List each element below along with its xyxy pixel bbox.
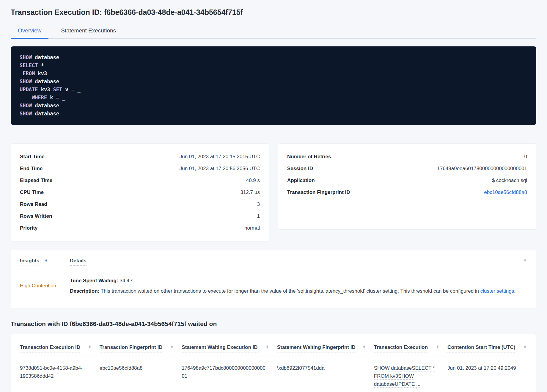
summary-row-session-id: Session ID 17648a9eea6017800000000000000… [287,163,527,175]
execution-timing-card: Start Time Jun 01, 2023 at 17:20:15:2015… [11,143,269,242]
tab-statement-executions-label: Statement Executions [61,27,116,34]
row-value: Jun 01, 2023 at 17:20:56:2056 UTC [180,166,260,172]
tab-overview-label: Overview [18,27,41,34]
sort-desc-icon [363,347,366,349]
time-spent-waiting: Time Spent Waiting: 34.4 s [70,277,527,285]
details-column-header: Details [70,258,523,264]
summary-row-start-time: Start Time Jun 01, 2023 at 17:20:15:2015… [20,151,260,163]
sort-icons[interactable] [436,344,440,349]
sql-keyword: SHOW [20,103,32,109]
row-label: Rows Written [20,213,52,219]
insights-card: Insights Details High Contention Time Sp… [11,250,536,308]
waited-on-heading: Transaction with ID f6be6366-da03-48de-a… [11,320,536,327]
sort-icons[interactable] [44,258,48,263]
column-header-contention-start-time[interactable]: Contention Start Time (UTC) [447,344,527,352]
sort-desc-icon [170,347,173,349]
sql-text: database [32,79,59,84]
insights-table-header: Insights Details [20,254,527,269]
time-spent-waiting-label: Time Spent Waiting: [70,278,118,283]
row-value: 17648a9eea6017800000000000000001 [437,166,527,172]
sql-line: FROM kv3 [20,70,527,78]
row-value: 0 [524,154,527,160]
sort-icons[interactable] [265,344,269,349]
summary-row-rows-written: Rows Written 1 [20,210,260,222]
sql-keyword: SHOW [20,54,32,60]
row-label: Number of Retries [287,154,331,160]
row-value: 312.7 µs [240,189,260,195]
transaction-fingerprint-link[interactable]: ebc10ae56cfd88a8 [484,189,527,195]
sql-keyword: SELECT [20,62,38,68]
column-label: Contention Start Time (UTC) [447,344,515,352]
column-label: Transaction Execution [374,344,428,352]
description-text: This transaction waited on other transac… [99,288,480,294]
cluster-settings-link[interactable]: cluster settings [480,288,514,294]
sql-line: UPDATE kv3 SET v = _ [20,86,527,94]
sql-keyword: SHOW [20,79,32,84]
sort-desc-icon [524,347,526,349]
sql-text: database [32,54,59,60]
waited-table-row: 9738d051-bc0e-4158-a9b4-1903586ddd42 ebc… [20,357,527,392]
tab-statement-executions[interactable]: Statement Executions [54,24,123,39]
details-column-label: Details [70,258,87,266]
column-label: Transaction Execution ID [20,344,80,352]
waited-table-header: Transaction Execution ID Transaction Fin… [20,344,527,357]
column-header-transaction-execution[interactable]: Transaction Execution [374,344,447,352]
row-label: Session ID [287,166,313,172]
sort-icons[interactable] [88,344,92,349]
column-header-statement-waiting-fingerprint-id[interactable]: Statement Waiting Fingerprint ID [277,344,374,352]
time-spent-waiting-value: 34.4 s [118,278,133,283]
row-label: CPU Time [20,189,44,195]
insights-column-header[interactable]: Insights [20,258,70,266]
cell-statement-waiting-fingerprint-id: \xdb8922f077541dda [277,364,374,388]
sql-keyword: SET [53,87,62,92]
sort-icons[interactable] [362,344,366,349]
sql-text: database [32,111,59,117]
sql-line: SHOW database [20,110,527,118]
column-header-transaction-fingerprint-id[interactable]: Transaction Fingerprint ID [100,344,182,352]
column-header-transaction-execution-id[interactable]: Transaction Execution ID [20,344,100,352]
column-label: Transaction Fingerprint ID [100,344,163,352]
transaction-details-page: Transaction Execution ID: f6be6366-da03-… [0,0,547,392]
sort-desc-icon [266,347,269,349]
row-value: normal [244,225,260,231]
tab-overview[interactable]: Overview [11,24,48,39]
sort-icons[interactable] [523,344,527,349]
summary-row-cpu-time: CPU Time 312.7 µs [20,186,260,198]
column-header-statement-waiting-execution-id[interactable]: Statement Waiting Execution ID [182,344,277,352]
cell-transaction-execution: SHOW databaseSELECT * FROM kv3SHOW datab… [374,364,447,388]
sql-line: SHOW database [20,78,527,86]
sort-desc-icon [524,260,526,262]
sort-icons[interactable] [170,344,174,349]
row-label: Application [287,178,315,184]
row-label: Start Time [20,154,45,160]
column-label: Statement Waiting Execution ID [182,344,257,352]
row-value: Jun 01, 2023 at 17:20:15:2015 UTC [180,154,260,160]
summary-row-transaction-fingerprint: Transaction Fingerprint ID ebc10ae56cfd8… [287,186,527,198]
row-label: Elapsed Time [20,178,52,184]
sort-desc-icon [45,260,48,262]
sql-text: k = _ [47,95,65,101]
summary-row-retries: Number of Retries 0 [287,151,527,163]
sql-text: kv3 [38,87,53,92]
summary-row-rows-read: Rows Read 3 [20,198,260,210]
sql-text: * [38,62,44,68]
sql-text: database [32,103,59,109]
sql-keyword: WHERE [20,95,47,101]
cell-transaction-fingerprint-id: ebc10ae56cfd88a8 [100,364,182,388]
summary-row-priority: Priority normal [20,222,260,234]
row-value: 3 [257,201,260,207]
cell-statement-waiting-execution-id: 176498a9c717bdc80000000000000001 [182,364,277,388]
cell-contention-start-time: Jun 01, 2023 at 17:20:49:2049 [447,364,527,388]
sql-keyword: FROM [20,70,35,76]
sql-statements-box: SHOW database SELECT * FROM kv3 SHOW dat… [11,46,536,125]
summary-cards-row: Start Time Jun 01, 2023 at 17:20:15:2015… [11,143,536,242]
waited-on-table-card: Transaction Execution ID Transaction Fin… [11,334,536,392]
sql-line: SELECT * [20,62,527,70]
sort-icons[interactable] [523,258,527,263]
session-info-card: Number of Retries 0 Session ID 17648a9ee… [278,143,536,230]
row-value: 1 [257,213,260,219]
insights-column-label: Insights [20,258,39,266]
sql-text: v = _ [62,87,80,92]
transaction-execution-link[interactable]: SHOW databaseSELECT * FROM kv3SHOW datab… [374,365,435,387]
sql-line: SHOW database [20,54,527,62]
